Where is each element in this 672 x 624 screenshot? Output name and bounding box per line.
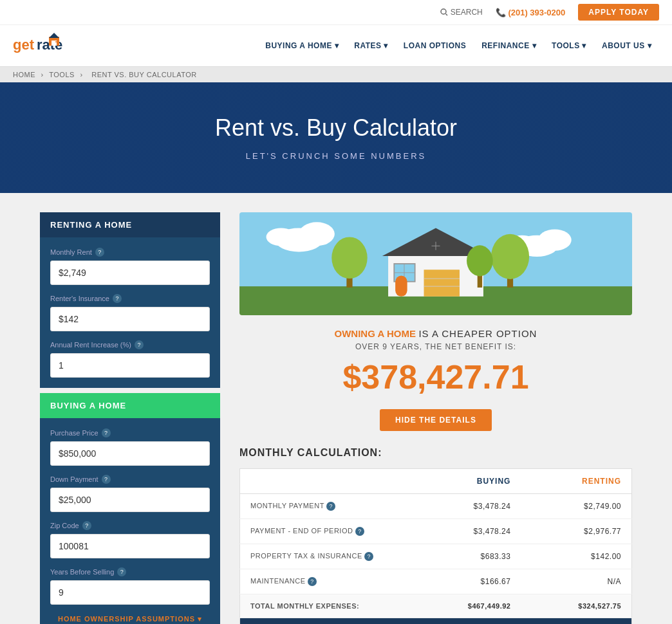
buying-header: BUYING A HOME: [40, 393, 220, 418]
monthly-rent-input[interactable]: [50, 261, 210, 285]
svg-text:get: get: [13, 37, 35, 53]
table-row: MONTHLY PAYMENT ? $3,478.24 $2,749.00: [240, 494, 632, 519]
row-renting: $2,976.77: [521, 519, 631, 544]
row-buying: $166.67: [435, 569, 521, 594]
monthly-rent-help[interactable]: ?: [95, 248, 104, 257]
purchase-price-label: Purchase Price ?: [50, 428, 210, 437]
hero-section: Rent vs. Buy Calculator LET'S CRUNCH SOM…: [0, 82, 672, 193]
logo-svg: get rate: [13, 32, 103, 57]
total-label: TOTAL MONTHLY EXPENSES:: [240, 594, 435, 618]
breadcrumb-home[interactable]: HOME: [13, 71, 35, 78]
years-before-selling-help[interactable]: ?: [117, 567, 126, 576]
hero-title: Rent vs. Buy Calculator: [13, 115, 659, 142]
logo[interactable]: get rate: [13, 25, 103, 66]
svg-line-1: [445, 14, 447, 16]
down-payment-label: Down Payment ?: [50, 475, 210, 484]
svg-point-31: [491, 234, 529, 279]
monthly-calc-table: BUYING RENTING MONTHLY PAYMENT ? $3,478.…: [239, 468, 632, 624]
payment-eop-help[interactable]: ?: [355, 527, 364, 536]
left-panel: RENTING A HOME Monthly Rent ? Renter's I…: [40, 212, 220, 624]
phone-link[interactable]: 📞 (201) 393-0200: [496, 8, 566, 17]
years-before-selling-input[interactable]: [50, 580, 210, 605]
renting-header: RENTING A HOME: [40, 212, 220, 237]
breadcrumb: HOME › TOOLS › RENT VS. BUY CALCULATOR: [0, 67, 672, 82]
row-buying: $3,478.24: [435, 519, 521, 544]
benefit-row: BENEFIT $142,922.17: [240, 618, 632, 624]
row-renting: $142.00: [521, 544, 631, 569]
row-label: PROPERTY TAX & INSURANCE ?: [240, 544, 435, 569]
nav-about-us[interactable]: ABOUT US ▾: [594, 32, 659, 59]
purchase-price-help[interactable]: ?: [102, 428, 111, 437]
nav-rates[interactable]: RATES ▾: [346, 32, 396, 59]
result-highlight: OWNING A HOME: [335, 328, 416, 339]
nav-tools[interactable]: TOOLS ▾: [544, 32, 594, 59]
table-row: PROPERTY TAX & INSURANCE ? $683.33 $142.…: [240, 544, 632, 569]
benefit-value: $142,922.17: [521, 618, 631, 624]
down-payment-input[interactable]: [50, 488, 210, 512]
search-label: SEARCH: [451, 8, 483, 17]
svg-rect-20: [424, 270, 460, 297]
top-bar: SEARCH 📞 (201) 393-0200 APPLY TODAY: [0, 0, 672, 25]
nav-items: BUYING A HOME ▾ RATES ▾ LOAN OPTIONS REF…: [257, 32, 659, 59]
row-renting: $2,749.00: [521, 494, 631, 519]
nav-loan-options[interactable]: LOAN OPTIONS: [396, 32, 474, 59]
col-renting: RENTING: [521, 469, 631, 494]
property-tax-help[interactable]: ?: [364, 552, 373, 561]
nav-buying-a-home[interactable]: BUYING A HOME ▾: [257, 32, 346, 59]
benefit-label: BENEFIT: [240, 618, 435, 624]
col-label: [240, 469, 435, 494]
assumptions-link[interactable]: HOME OWNERSHIP ASSUMPTIONS ▾: [50, 609, 210, 624]
right-panel: OWNING A HOME IS A CHEAPER OPTION OVER 9…: [239, 212, 632, 624]
col-buying: BUYING: [435, 469, 521, 494]
apply-today-button[interactable]: APPLY TODAY: [578, 4, 659, 21]
svg-point-14: [538, 229, 572, 250]
row-label: MAINTENANCE ?: [240, 569, 435, 594]
phone-number: (201) 393-0200: [508, 8, 565, 17]
zip-code-help[interactable]: ?: [82, 521, 91, 530]
total-row: TOTAL MONTHLY EXPENSES: $467,449.92 $324…: [240, 594, 632, 618]
zip-code-input[interactable]: [50, 534, 210, 558]
row-buying: $3,478.24: [435, 494, 521, 519]
search-icon: [440, 8, 448, 16]
svg-point-12: [266, 228, 296, 246]
renters-insurance-input[interactable]: [50, 307, 210, 331]
row-renting: N/A: [521, 569, 631, 594]
svg-point-33: [467, 245, 493, 276]
breadcrumb-tools[interactable]: TOOLS: [49, 71, 75, 78]
annual-rent-increase-help[interactable]: ?: [135, 340, 144, 349]
svg-marker-5: [49, 33, 59, 38]
hero-subtitle: LET'S CRUNCH SOME NUMBERS: [13, 151, 659, 161]
renting-body: Monthly Rent ? Renter's Insurance ? Annu…: [40, 237, 220, 388]
annual-rent-increase-input[interactable]: [50, 353, 210, 378]
total-buying: $467,449.92: [435, 594, 521, 618]
renters-insurance-label: Renter's Insurance ?: [50, 294, 210, 303]
monthly-calc-title: MONTHLY CALCULATION:: [239, 447, 632, 459]
assumptions-label: HOME OWNERSHIP ASSUMPTIONS ▾: [58, 615, 202, 623]
table-row: PAYMENT - END OF PERIOD ? $3,478.24 $2,9…: [240, 519, 632, 544]
svg-point-11: [299, 222, 334, 246]
annual-rent-increase-label: Annual Rent Increase (%) ?: [50, 340, 210, 349]
renting-section: RENTING A HOME Monthly Rent ? Renter's I…: [40, 212, 220, 388]
svg-point-17: [331, 237, 367, 279]
purchase-price-input[interactable]: [50, 441, 210, 466]
svg-point-7: [55, 41, 57, 42]
search-button[interactable]: SEARCH: [440, 8, 483, 17]
buying-body: Purchase Price ? Down Payment ? Zip Code…: [40, 418, 220, 624]
maintenance-help[interactable]: ?: [308, 577, 317, 586]
house-scene-svg: [239, 212, 632, 315]
years-before-selling-label: Years Before Selling ?: [50, 567, 210, 576]
row-label: MONTHLY PAYMENT ?: [240, 494, 435, 519]
main-content: RENTING A HOME Monthly Rent ? Renter's I…: [14, 193, 658, 624]
buying-section: BUYING A HOME Purchase Price ? Down Paym…: [40, 393, 220, 624]
svg-rect-29: [395, 275, 407, 296]
result-subtext: OVER 9 YEARS, THE NET BENEFIT IS:: [239, 342, 632, 351]
hide-details-button[interactable]: HIDE THE DETAILS: [380, 409, 492, 431]
down-payment-help[interactable]: ?: [102, 475, 111, 484]
house-illustration: [239, 212, 632, 315]
renters-insurance-help[interactable]: ?: [113, 294, 122, 303]
benefit-buying: [435, 618, 521, 624]
nav-refinance[interactable]: REFINANCE ▾: [474, 32, 544, 59]
phone-icon: 📞: [496, 8, 509, 17]
monthly-payment-help[interactable]: ?: [326, 502, 335, 511]
row-label: PAYMENT - END OF PERIOD ?: [240, 519, 435, 544]
